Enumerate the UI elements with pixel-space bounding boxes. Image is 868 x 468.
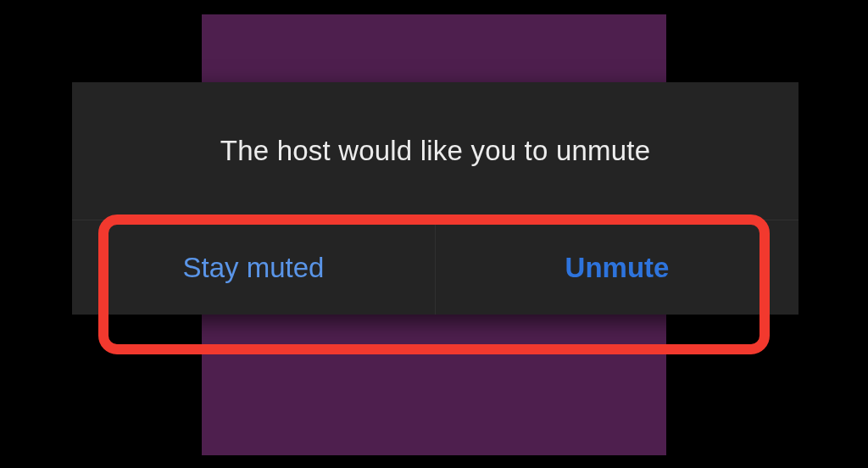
stay-muted-button[interactable]: Stay muted <box>72 220 435 315</box>
unmute-request-dialog: The host would like you to unmute Stay m… <box>72 82 798 315</box>
dialog-button-row: Stay muted Unmute <box>72 220 798 315</box>
dialog-message: The host would like you to unmute <box>72 82 798 220</box>
unmute-button[interactable]: Unmute <box>436 220 798 315</box>
